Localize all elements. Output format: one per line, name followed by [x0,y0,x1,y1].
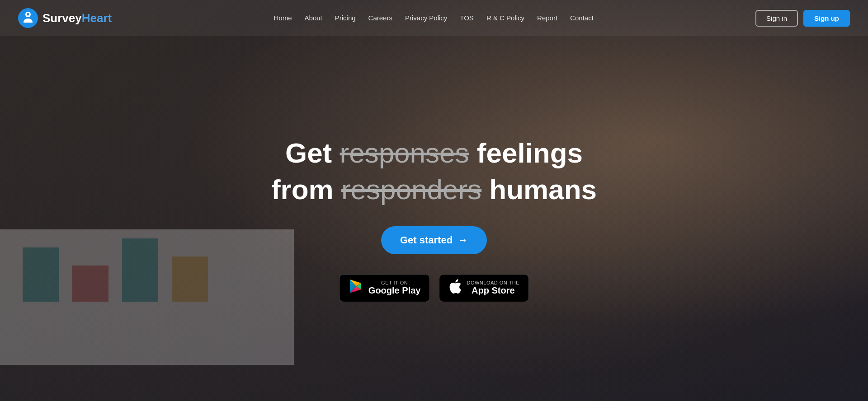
hero-line2: from responders humans [271,174,597,205]
hero-word-feelings: feelings [477,137,583,168]
logo-link[interactable]: SurveyHeart [18,8,112,28]
apple-icon [448,279,461,297]
hero-line1: Get responses feelings [285,137,583,168]
strikethrough-responders: responders [341,174,481,205]
svg-point-0 [18,8,38,28]
store-badges: GET IT ON Google Play Download on the Ap… [339,274,529,302]
nav-careers[interactable]: Careers [364,11,397,24]
logo-icon [18,8,38,28]
navbar: SurveyHeart Home About Pricing Careers P… [0,0,868,36]
logo-text: SurveyHeart [42,11,112,25]
nav-contact[interactable]: Contact [566,11,598,24]
nav-report[interactable]: Report [533,11,562,24]
hero-section: Get responses feelings from responders h… [0,36,868,401]
arrow-icon: → [458,234,468,246]
hero-headline: Get responses feelings from responders h… [271,135,597,208]
nav-rc[interactable]: R & C Policy [482,11,529,24]
nav-home[interactable]: Home [269,11,297,24]
google-play-icon [349,279,363,297]
nav-links: Home About Pricing Careers Privacy Polic… [269,14,598,22]
google-play-text: GET IT ON Google Play [368,280,421,296]
app-store-name: App Store [467,285,519,296]
nav-privacy[interactable]: Privacy Policy [401,11,452,24]
nav-about[interactable]: About [300,11,327,24]
google-play-sub: GET IT ON [368,280,421,285]
nav-actions: Sign in Sign up [755,10,850,27]
signin-button[interactable]: Sign in [755,10,798,27]
get-started-label: Get started [400,234,453,246]
signup-button[interactable]: Sign up [803,10,850,27]
hero-word-humans: humans [489,174,597,205]
google-play-badge[interactable]: GET IT ON Google Play [339,274,430,302]
app-store-text: Download on the App Store [467,280,519,296]
app-store-badge[interactable]: Download on the App Store [439,274,529,302]
app-store-sub: Download on the [467,280,519,285]
nav-pricing[interactable]: Pricing [330,11,360,24]
nav-tos[interactable]: TOS [455,11,478,24]
strikethrough-responses: responses [340,137,469,168]
google-play-name: Google Play [368,285,421,296]
get-started-button[interactable]: Get started → [381,226,487,254]
